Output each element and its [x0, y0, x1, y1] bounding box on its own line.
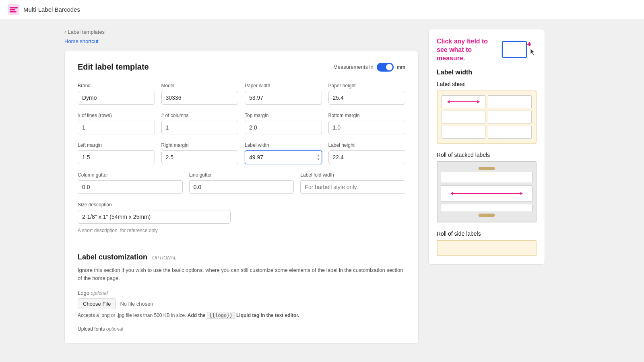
no-file-text: No file chosen [120, 301, 153, 307]
line-gutter-input[interactable] [189, 180, 294, 194]
column-gutter-label: Column gutter [78, 172, 183, 178]
lines-label: # of lines (rows) [78, 113, 155, 118]
left-margin-group: Left margin [78, 142, 155, 164]
svg-rect-1 [10, 7, 18, 8]
right-margin-input[interactable] [161, 150, 239, 164]
customization-description: Ignore this section if you wish to use t… [78, 266, 405, 282]
bottom-margin-group: Bottom margin [328, 113, 406, 134]
size-desc-group: Size description A short description, fo… [78, 202, 405, 233]
roll-arrow-head-right [520, 192, 523, 195]
help-illustration [500, 37, 537, 62]
label-height-label: Label height [328, 142, 406, 148]
line-gutter-group: Line gutter [189, 172, 294, 194]
top-margin-group: Top margin [245, 113, 322, 134]
measurements-label: Measurements in [333, 64, 374, 70]
roll-arrow-line [453, 193, 521, 194]
label-sheet-diagram [437, 90, 537, 144]
choose-file-button[interactable]: Choose File [78, 298, 116, 309]
label-width-spinner-wrapper: ▲ ▼ [245, 150, 322, 164]
model-label: Model [161, 83, 239, 88]
columns-label: # of columns [161, 113, 239, 118]
roll-label-bottom [441, 204, 533, 212]
roll-stacked-title: Roll of stacked labels [437, 152, 537, 158]
paper-height-input[interactable] [328, 91, 406, 105]
svg-rect-4 [502, 41, 526, 58]
spinner-down-icon[interactable]: ▼ [317, 158, 320, 161]
form-row-2: # of lines (rows) # of columns Top margi… [78, 113, 405, 134]
paper-width-input[interactable] [245, 91, 322, 105]
help-text: Click any field to see what to measure. [437, 37, 496, 62]
paper-height-group: Paper height [328, 83, 406, 105]
arrow-head-right [477, 100, 480, 103]
brand-input[interactable] [78, 91, 155, 105]
liquid-tag: {{logo}} [207, 312, 235, 319]
roll-side-title: Roll of side labels [437, 230, 537, 237]
lines-input[interactable] [78, 121, 155, 134]
form-row-4: Column gutter Line gutter Label fold wid… [78, 172, 405, 194]
line-gutter-label: Line gutter [189, 172, 294, 178]
right-panel: Click any field to see what to measure. … [428, 29, 545, 343]
roll-label-top [441, 172, 533, 183]
arrow-line [450, 101, 477, 102]
lines-group: # of lines (rows) [78, 113, 155, 134]
label-height-input[interactable] [328, 150, 406, 164]
section-divider [78, 243, 405, 243]
roll-body [437, 161, 537, 222]
form-row-1: Brand Model Paper width Paper height [78, 83, 405, 105]
brand-group: Brand [78, 83, 155, 105]
paper-width-label: Paper width [245, 83, 322, 88]
file-hint: Accepts a .png or .jpg file less than 50… [78, 312, 405, 319]
spinner-up-icon[interactable]: ▲ [317, 154, 320, 157]
label-width-spinner[interactable]: ▲ ▼ [317, 154, 320, 161]
home-shortcut-link[interactable]: Home shortcut [64, 38, 419, 44]
top-margin-label: Top margin [245, 113, 322, 118]
top-bar: Multi-Label Barcodes [0, 0, 644, 19]
brand-label: Brand [78, 83, 155, 88]
bottom-margin-input[interactable] [328, 121, 406, 134]
measurements-toggle-group: Measurements in mm [333, 63, 405, 72]
form-row-3: Left margin Right margin Label width ▲ ▼ [78, 142, 405, 164]
left-margin-input[interactable] [78, 150, 155, 164]
app-logo [8, 4, 19, 15]
edit-card: Edit label template Measurements in mm B… [64, 51, 419, 343]
model-group: Model [161, 83, 239, 105]
model-input[interactable] [161, 91, 239, 105]
column-gutter-input[interactable] [78, 180, 183, 194]
right-margin-group: Right margin [161, 142, 239, 164]
size-desc-input[interactable] [78, 210, 231, 224]
optional-badge: OPTIONAL [152, 255, 177, 261]
label-cell-empty-5 [488, 126, 532, 139]
chevron-left-icon: ‹ [64, 29, 66, 35]
columns-group: # of columns [161, 113, 239, 134]
label-cell-empty-1 [488, 95, 532, 108]
label-fold-label: Label fold width [300, 172, 405, 178]
label-width-input[interactable] [245, 150, 322, 164]
breadcrumb: ‹ Label templates [64, 29, 419, 35]
svg-marker-9 [530, 49, 535, 56]
paper-height-label: Paper height [328, 83, 406, 88]
card-header: Edit label template Measurements in mm [78, 62, 405, 72]
roll-arrow [450, 192, 523, 195]
back-link[interactable]: ‹ Label templates [64, 29, 105, 35]
right-margin-label: Right margin [161, 142, 239, 148]
top-margin-input[interactable] [245, 121, 322, 134]
label-width-section-title: Label width [437, 69, 537, 76]
left-margin-label: Left margin [78, 142, 155, 148]
label-cell-empty-2 [442, 111, 485, 123]
svg-rect-2 [10, 9, 15, 10]
label-cell-arrow [442, 95, 485, 108]
label-height-group: Label height [328, 142, 406, 164]
main-content: ‹ Label templates Home shortcut Edit lab… [64, 29, 419, 343]
label-fold-group: Label fold width [300, 172, 405, 194]
label-grid [442, 95, 532, 139]
bottom-margin-label: Bottom margin [328, 113, 406, 118]
customization-title: Label customization [78, 253, 147, 261]
columns-input[interactable] [161, 121, 239, 134]
unit-toggle[interactable] [377, 63, 394, 72]
logo-label-row: Logo optional [78, 290, 405, 296]
svg-rect-3 [10, 11, 17, 12]
logo-optional-text: optional [91, 290, 108, 296]
label-fold-input[interactable] [300, 180, 405, 194]
roll-peg-top [479, 167, 495, 170]
toggle-thumb [386, 64, 392, 70]
